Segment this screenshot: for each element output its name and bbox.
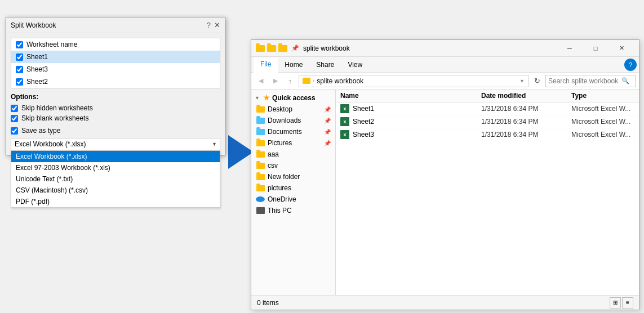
sidebar-item-onedrive[interactable]: OneDrive bbox=[251, 194, 335, 205]
help-button[interactable]: ? bbox=[624, 59, 637, 71]
documents-pin-icon: 📌 bbox=[324, 129, 331, 135]
view-icon-list[interactable]: ≡ bbox=[622, 297, 633, 308]
save-type-dropdown: Excel Workbook (*.xlsx) Excel 97-2003 Wo… bbox=[11, 150, 220, 208]
skip-blank-option[interactable]: Skip blank worksheets bbox=[11, 113, 220, 123]
refresh-button[interactable]: ↻ bbox=[531, 75, 543, 87]
worksheet-checkbox-0[interactable] bbox=[16, 41, 23, 48]
tab-file[interactable]: File bbox=[254, 57, 278, 73]
file-name-2: x Sheet3 bbox=[340, 130, 481, 139]
view-icon-grid[interactable]: ⊞ bbox=[610, 297, 621, 308]
sidebar-item-aaa[interactable]: aaa bbox=[251, 149, 335, 160]
dialog-titlebar: Split Workbook ? ✕ bbox=[6, 17, 225, 33]
quick-access-star-icon: ★ bbox=[263, 93, 270, 102]
sidebar-label-downloads: Downloads bbox=[268, 117, 301, 124]
worksheet-item-2[interactable]: Sheet3 bbox=[11, 63, 220, 75]
sidebar-item-documents[interactable]: Documents 📌 bbox=[251, 126, 335, 137]
col-header-date[interactable]: Date modified bbox=[481, 92, 571, 100]
save-type-label: Save as type bbox=[21, 127, 60, 135]
address-expand-icon: ▼ bbox=[519, 78, 525, 84]
skip-hidden-label: Skip hidden worksheets bbox=[21, 104, 93, 112]
up-button[interactable]: ↑ bbox=[284, 75, 296, 87]
skip-hidden-option[interactable]: Skip hidden worksheets bbox=[11, 103, 220, 113]
dropdown-item-0[interactable]: Excel Workbook (*.xlsx) bbox=[11, 151, 220, 162]
excel-icon-2: x bbox=[340, 130, 349, 139]
file-name-0: x Sheet1 bbox=[340, 104, 481, 113]
search-input[interactable] bbox=[548, 77, 621, 85]
tab-home[interactable]: Home bbox=[278, 57, 309, 72]
worksheet-list: Worksheet name Sheet1 Sheet3 Sheet2 bbox=[11, 38, 220, 88]
folder-title-icon3 bbox=[278, 45, 287, 52]
dropdown-item-1[interactable]: Excel 97-2003 Workbook (*.xls) bbox=[11, 162, 220, 173]
excel-icon-1: x bbox=[340, 117, 349, 126]
blue-arrow-icon bbox=[228, 135, 254, 169]
close-icon[interactable]: ✕ bbox=[214, 21, 220, 29]
file-list-header: Name Date modified Type Size bbox=[336, 90, 639, 102]
dropdown-item-4[interactable]: PDF (*.pdf) bbox=[11, 196, 220, 207]
help-icon[interactable]: ? bbox=[207, 21, 211, 29]
sidebar-label-pictures: Pictures bbox=[268, 139, 292, 147]
maximize-button[interactable]: □ bbox=[583, 40, 609, 57]
worksheet-label-2: Sheet3 bbox=[26, 65, 48, 73]
excel-icon-0: x bbox=[340, 104, 349, 113]
worksheet-label-3: Sheet2 bbox=[26, 78, 48, 86]
dropdown-item-3[interactable]: CSV (Macintosh) (*.csv) bbox=[11, 185, 220, 196]
explorer-title-left: 📌 splite workbook bbox=[256, 44, 350, 52]
sidebar-item-pictures2[interactable]: pictures bbox=[251, 182, 335, 194]
worksheet-checkbox-2[interactable] bbox=[16, 66, 23, 73]
file-row-0[interactable]: x Sheet1 1/31/2018 6:34 PM Microsoft Exc… bbox=[336, 102, 639, 115]
documents-folder-icon bbox=[256, 129, 265, 135]
quick-access-header[interactable]: ▼ ★ Quick access bbox=[251, 92, 335, 104]
sidebar-item-new-folder[interactable]: New folder bbox=[251, 171, 335, 182]
address-path[interactable]: › splite workbook ▼ bbox=[299, 75, 528, 87]
file-date-2: 1/31/2018 6:34 PM bbox=[481, 131, 571, 138]
worksheet-item-0[interactable]: Worksheet name bbox=[11, 38, 220, 51]
pictures-pin-icon: 📌 bbox=[324, 140, 331, 146]
sidebar-item-desktop[interactable]: Desktop 📌 bbox=[251, 104, 335, 115]
col-header-name[interactable]: Name bbox=[340, 92, 481, 100]
explorer-toolbar: File Home Share View ? bbox=[251, 57, 639, 73]
folder-title-icon2 bbox=[267, 45, 276, 52]
worksheet-checkbox-1[interactable] bbox=[16, 53, 23, 61]
save-type-checkbox[interactable] bbox=[11, 127, 18, 135]
quick-access-label: Quick access bbox=[272, 94, 316, 102]
worksheet-item-1[interactable]: Sheet1 bbox=[11, 51, 220, 63]
file-type-0: Microsoft Excel W... bbox=[571, 105, 639, 113]
file-explorer: 📌 splite workbook ─ □ ✕ File Home Share … bbox=[251, 39, 639, 310]
file-list-area: Name Date modified Type Size x Sheet1 1/… bbox=[336, 90, 639, 295]
worksheet-checkbox-3[interactable] bbox=[16, 78, 23, 86]
search-icon[interactable]: 🔍 bbox=[621, 77, 629, 84]
close-button[interactable]: ✕ bbox=[609, 40, 634, 57]
save-type-select[interactable]: Excel Workbook (*.xlsx) bbox=[11, 138, 220, 150]
address-bar: ◀ ▶ ↑ › splite workbook ▼ ↻ 🔍 bbox=[251, 73, 639, 90]
dropdown-item-2[interactable]: Unicode Text (*.txt) bbox=[11, 173, 220, 185]
worksheet-item-3[interactable]: Sheet2 bbox=[11, 75, 220, 88]
file-row-1[interactable]: x Sheet2 1/31/2018 6:34 PM Microsoft Exc… bbox=[336, 115, 639, 128]
desktop-pin-icon: 📌 bbox=[324, 106, 331, 113]
tab-share[interactable]: Share bbox=[309, 57, 341, 72]
split-workbook-dialog: Split Workbook ? ✕ Worksheet name Sheet1… bbox=[6, 17, 225, 155]
sidebar-item-pictures[interactable]: Pictures 📌 bbox=[251, 137, 335, 149]
dialog-controls: ? ✕ bbox=[207, 21, 220, 29]
minimize-button[interactable]: ─ bbox=[557, 40, 583, 57]
back-button[interactable]: ◀ bbox=[255, 75, 267, 87]
save-type-select-wrapper: Excel Workbook (*.xlsx) bbox=[11, 138, 220, 150]
pictures-folder-icon bbox=[256, 140, 265, 146]
address-text: splite workbook bbox=[317, 77, 363, 85]
file-row-2[interactable]: x Sheet3 1/31/2018 6:34 PM Microsoft Exc… bbox=[336, 128, 639, 141]
sidebar-item-downloads[interactable]: Downloads 📌 bbox=[251, 115, 335, 126]
skip-blank-label: Skip blank worksheets bbox=[21, 114, 88, 122]
sidebar-item-csv[interactable]: csv bbox=[251, 160, 335, 171]
skip-blank-checkbox[interactable] bbox=[11, 115, 18, 122]
sidebar-label-aaa: aaa bbox=[268, 150, 279, 158]
worksheet-label-0: Worksheet name bbox=[26, 41, 78, 48]
col-header-type[interactable]: Type bbox=[571, 92, 639, 100]
file-date-0: 1/31/2018 6:34 PM bbox=[481, 105, 571, 113]
tab-view[interactable]: View bbox=[341, 57, 369, 72]
sidebar-label-csv: csv bbox=[268, 162, 278, 169]
aaa-folder-icon bbox=[256, 151, 265, 158]
sidebar-item-thispc[interactable]: This PC bbox=[251, 205, 335, 216]
skip-hidden-checkbox[interactable] bbox=[11, 105, 18, 112]
csv-folder-icon bbox=[256, 163, 265, 169]
explorer-content: ▼ ★ Quick access Desktop 📌 Downloads 📌 D… bbox=[251, 90, 639, 295]
forward-button[interactable]: ▶ bbox=[269, 75, 282, 87]
